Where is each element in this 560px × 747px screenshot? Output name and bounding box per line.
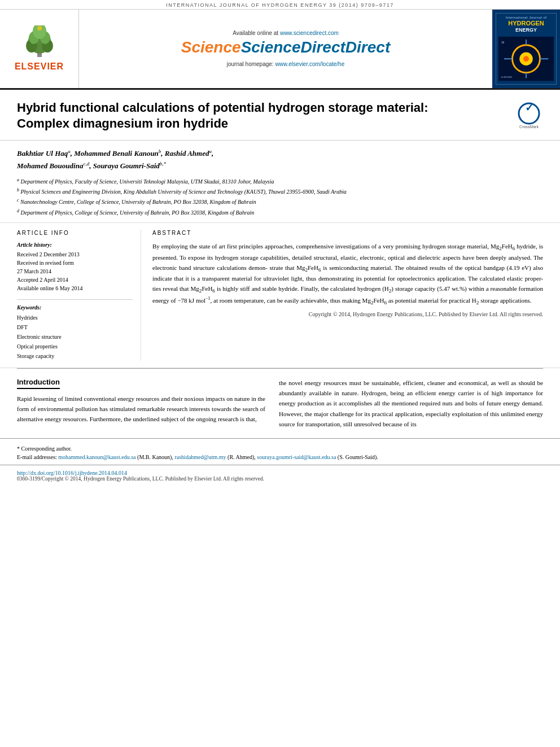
article-title: Hybrid functional calculations of potent… bbox=[17, 100, 480, 132]
author-kanoun: Mohammed Benali Kanoun bbox=[74, 149, 159, 158]
cover-graphic-svg: 39 ELSEVIER bbox=[498, 37, 554, 81]
revised-date: Received in revised form27 March 2014 bbox=[17, 259, 133, 276]
sciencedirect-url[interactable]: www.sciencedirect.com bbox=[280, 30, 339, 36]
article-info-abstract-section: ARTICLE INFO Article history: Received 2… bbox=[0, 223, 560, 368]
page-header: ELSEVIER Available online at www.science… bbox=[0, 10, 560, 90]
svg-point-11 bbox=[523, 56, 529, 62]
intro-left-col: Introduction Rapid lessening of limited … bbox=[17, 378, 265, 429]
svg-text:39: 39 bbox=[501, 41, 505, 44]
svg-text:✓: ✓ bbox=[525, 102, 533, 113]
keyword-storage: Storage capacity bbox=[17, 351, 133, 361]
journal-homepage-link[interactable]: www.elsevier.com/locate/he bbox=[275, 61, 344, 67]
authors-line: Bakhtiar Ul Haqa, Mohammed Benali Kanoun… bbox=[17, 147, 543, 172]
info-divider bbox=[17, 299, 133, 300]
footer-section: * Corresponding author. E-mail addresses… bbox=[0, 438, 560, 461]
intro-right-text: the novel energy resources must be susta… bbox=[279, 378, 543, 429]
issn-line: 0360-3199/Copyright © 2014, Hydrogen Ene… bbox=[17, 476, 543, 482]
copyright-text: Copyright © 2014, Hydrogen Energy Public… bbox=[152, 311, 543, 317]
journal-cover-image: International Journal of HYDROGEN ENERGY… bbox=[492, 10, 560, 88]
author-bakhtiar-sup: a bbox=[68, 148, 71, 154]
abstract-body: By employing the state of art first prin… bbox=[152, 242, 543, 307]
abstract-heading: ABSTRACT bbox=[152, 230, 543, 236]
svg-text:ELSEVIER: ELSEVIER bbox=[501, 76, 512, 79]
affiliation-b: b Physical Sciences and Engineering Divi… bbox=[17, 187, 543, 196]
affiliation-c: c Nanotechnology Centre, College of Scie… bbox=[17, 197, 543, 206]
intro-right-col: the novel energy resources must be susta… bbox=[279, 378, 543, 429]
keywords-section: Keywords: Hydrides DFT Electronic struct… bbox=[17, 304, 133, 361]
email-footnote: E-mail addresses: mohammed.kanoun@kaust.… bbox=[17, 453, 543, 461]
abstract-col: ABSTRACT By employing the state of art f… bbox=[152, 230, 543, 361]
journal-header-bar: INTERNATIONAL JOURNAL OF HYDROGEN ENERGY… bbox=[0, 0, 560, 10]
elsevier-logo-area: ELSEVIER bbox=[0, 10, 79, 88]
email-goumri-link[interactable]: souraya.goumri-said@kaust.edu.sa bbox=[257, 454, 336, 460]
email-kanoun-link[interactable]: mohammed.kanoun@kaust.edu.sa bbox=[58, 454, 135, 460]
available-date: Available online 6 May 2014 bbox=[17, 284, 133, 292]
author-bakhtiar: Bakhtiar Ul Haq bbox=[17, 149, 68, 158]
svg-text:CrossMark: CrossMark bbox=[519, 125, 539, 129]
author-goumri-sup: b,* bbox=[160, 161, 166, 167]
received-date: Received 2 December 2013 bbox=[17, 250, 133, 259]
keyword-hydrides: Hydrides bbox=[17, 313, 133, 322]
email-rashid-link[interactable]: rashidahmed@utm.my bbox=[174, 454, 226, 460]
article-info-heading: ARTICLE INFO bbox=[17, 230, 133, 236]
history-label: Article history: bbox=[17, 242, 133, 248]
author-goumri: Souraya Goumri-Said bbox=[93, 161, 160, 170]
introduction-heading: Introduction bbox=[17, 378, 60, 389]
author-rashid: Rashid Ahmed bbox=[165, 149, 209, 158]
sciencedirect-logo: ScienceScienceDirectDirect bbox=[181, 38, 390, 56]
accepted-date: Accepted 2 April 2014 bbox=[17, 276, 133, 284]
keywords-label: Keywords: bbox=[17, 304, 133, 311]
available-online-text: Available online at www.sciencedirect.co… bbox=[233, 30, 339, 36]
author-rashid-sup: a bbox=[209, 148, 212, 154]
author-bououdina: Mohamed Bououdina bbox=[17, 161, 83, 170]
doi-link[interactable]: http://dx.doi.org/10.1016/j.ijhydene.201… bbox=[17, 470, 127, 476]
author-kanoun-sup: b bbox=[159, 148, 161, 154]
bottom-bar: http://dx.doi.org/10.1016/j.ijhydene.201… bbox=[0, 465, 560, 484]
introduction-section: Introduction Rapid lessening of limited … bbox=[0, 369, 560, 429]
article-title-section: Hybrid functional calculations of potent… bbox=[0, 90, 560, 141]
keyword-optical: Optical properties bbox=[17, 342, 133, 351]
sciencedirect-center: Available online at www.sciencedirect.co… bbox=[79, 10, 492, 88]
intro-left-text: Rapid lessening of limited conventional … bbox=[17, 394, 265, 424]
journal-homepage: journal homepage: www.elsevier.com/locat… bbox=[227, 61, 344, 67]
elsevier-brand-text: ELSEVIER bbox=[15, 62, 64, 72]
svg-point-7 bbox=[37, 26, 42, 30]
author-bououdina-sup: c,d bbox=[83, 161, 89, 167]
crossmark-icon: ✓ CrossMark bbox=[515, 102, 543, 133]
article-history: Article history: Received 2 December 201… bbox=[17, 242, 133, 292]
keyword-electronic: Electronic structure bbox=[17, 332, 133, 342]
article-info-col: ARTICLE INFO Article history: Received 2… bbox=[17, 230, 141, 361]
doi-line: http://dx.doi.org/10.1016/j.ijhydene.201… bbox=[17, 470, 543, 476]
corresponding-author-note: * Corresponding author. bbox=[17, 444, 543, 453]
authors-section: Bakhtiar Ul Haqa, Mohammed Benali Kanoun… bbox=[0, 141, 560, 224]
affiliation-d: d Department of Physics, College of Scie… bbox=[17, 208, 543, 217]
affiliation-a: a Department of Physics, Faculty of Scie… bbox=[17, 177, 543, 186]
elsevier-tree-icon bbox=[17, 25, 62, 59]
keyword-dft: DFT bbox=[17, 322, 133, 332]
crossmark-badge[interactable]: ✓ CrossMark bbox=[515, 102, 543, 136]
affiliations-list: a Department of Physics, Faculty of Scie… bbox=[17, 177, 543, 217]
